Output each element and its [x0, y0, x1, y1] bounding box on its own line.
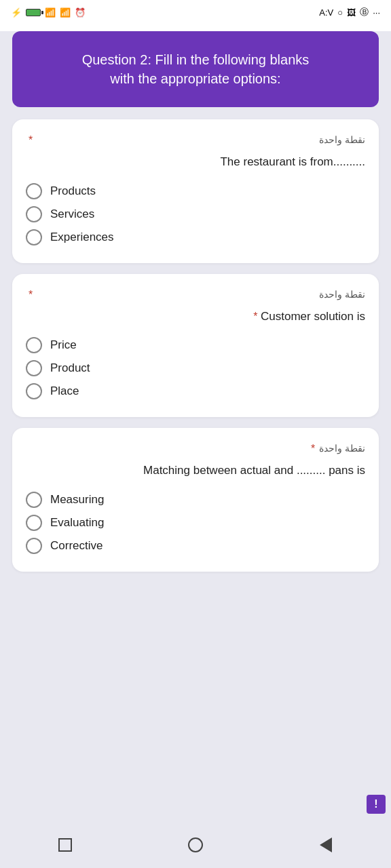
question-header: Question 2: Fill in the following blanks…: [12, 31, 379, 107]
q2-points: نقطة واحدة: [319, 289, 365, 300]
q2-star-inline: *: [253, 311, 261, 322]
gallery-icon: 🖼: [347, 7, 356, 18]
q2-required: *: [29, 289, 33, 301]
q2-option-3[interactable]: Place: [26, 383, 365, 399]
bottom-nav: [0, 825, 391, 868]
q3-option-1-label: Measuring: [50, 493, 104, 507]
clock-icon: ⏰: [75, 7, 86, 18]
b-icon: Ⓑ: [360, 6, 369, 18]
q3-option-2[interactable]: Evaluating: [26, 515, 365, 531]
q1-option-2-label: Services: [50, 208, 94, 221]
q2-radio-1[interactable]: [26, 337, 42, 353]
q1-option-2[interactable]: Services: [26, 206, 365, 222]
battery-icon: [26, 9, 41, 16]
q3-radio-1[interactable]: [26, 492, 42, 508]
q1-option-1-label: Products: [50, 184, 96, 198]
q2-label-row: نقطة واحدة *: [26, 289, 365, 301]
q3-option-1[interactable]: Measuring: [26, 492, 365, 508]
triangle-icon: [320, 837, 332, 852]
q3-options: Measuring Evaluating Corrective: [26, 492, 365, 554]
q1-radio-1[interactable]: [26, 183, 42, 199]
q2-text: * Customer solution is: [26, 308, 365, 326]
q3-option-3[interactable]: Corrective: [26, 538, 365, 554]
q1-radio-2[interactable]: [26, 206, 42, 222]
q2-option-2[interactable]: Product: [26, 360, 365, 376]
more-icon: ···: [373, 7, 380, 18]
lightning-icon: ⚡: [11, 7, 22, 18]
q3-required: *: [311, 443, 315, 455]
status-right: ··· Ⓑ 🖼 ○ A:V: [319, 6, 380, 18]
nav-forward-button[interactable]: [316, 835, 335, 854]
q1-options: Products Services Experiences: [26, 183, 365, 245]
nav-home-button[interactable]: [186, 835, 205, 854]
status-left: ⚡ 📶 📶 ⏰: [11, 7, 86, 18]
question-card-2: نقطة واحدة * * Customer solution is Pric…: [12, 274, 379, 418]
q1-option-3[interactable]: Experiences: [26, 229, 365, 245]
q2-options: Price Product Place: [26, 337, 365, 399]
q2-option-1-label: Price: [50, 338, 77, 352]
top-bar: [0, 24, 391, 31]
q3-points: نقطة واحدة: [319, 443, 365, 454]
time-text: A:V: [319, 7, 333, 18]
q1-required: *: [29, 134, 33, 146]
help-button[interactable]: !: [367, 795, 386, 814]
question-card-3: * نقطة واحدة Matching between actual and…: [12, 428, 379, 572]
q3-radio-3[interactable]: [26, 538, 42, 554]
q1-points: نقطة واحدة: [319, 134, 365, 145]
q3-label-row: * نقطة واحدة: [26, 443, 365, 455]
wifi-icon: 📶: [45, 7, 56, 18]
q1-radio-3[interactable]: [26, 229, 42, 245]
main-content: Question 2: Fill in the following blanks…: [0, 31, 391, 825]
q3-option-3-label: Corrective: [50, 539, 103, 553]
q3-radio-2[interactable]: [26, 515, 42, 531]
status-bar: ⚡ 📶 📶 ⏰ ··· Ⓑ 🖼 ○ A:V: [0, 0, 391, 24]
o-icon: ○: [337, 7, 343, 18]
square-icon: [58, 838, 72, 852]
question-card-1: نقطة واحدة * ..........The restaurant is…: [12, 119, 379, 263]
q1-label-row: نقطة واحدة *: [26, 134, 365, 146]
q1-text: ..........The restaurant is from: [26, 153, 365, 171]
q2-option-2-label: Product: [50, 361, 90, 375]
q2-radio-3[interactable]: [26, 383, 42, 399]
signal-icon: 📶: [60, 7, 71, 18]
q2-radio-2[interactable]: [26, 360, 42, 376]
circle-icon: [188, 837, 203, 852]
q3-text: Matching between actual and ......... pa…: [26, 462, 365, 479]
q1-option-3-label: Experiences: [50, 231, 114, 244]
q3-option-2-label: Evaluating: [50, 516, 104, 530]
header-title: Question 2: Fill in the following blanks…: [29, 50, 362, 88]
q2-option-3-label: Place: [50, 384, 79, 398]
nav-back-button[interactable]: [56, 835, 75, 854]
q2-option-1[interactable]: Price: [26, 337, 365, 353]
q1-option-1[interactable]: Products: [26, 183, 365, 199]
